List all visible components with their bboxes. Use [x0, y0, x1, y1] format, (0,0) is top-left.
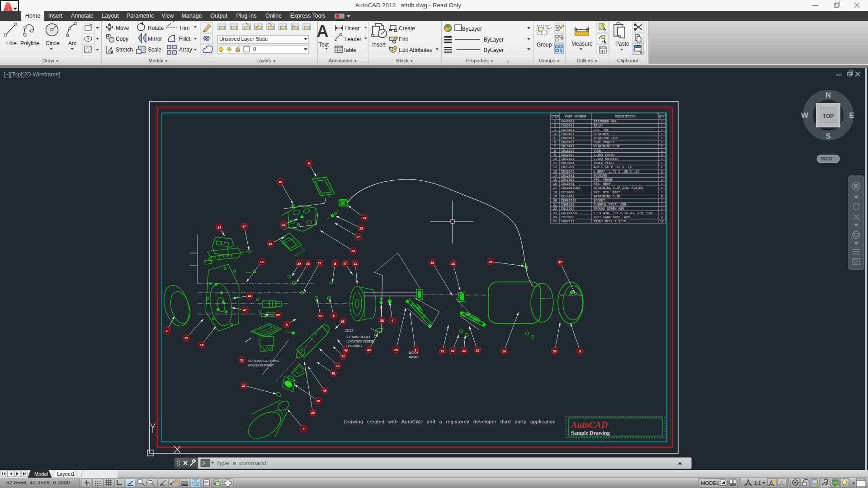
svg-text:CD11933: CD11933 [561, 149, 574, 153]
svg-text:YOKE SPACER: YOKE SPACER [594, 141, 615, 144]
svg-text:1: 1 [661, 136, 663, 140]
svg-text:VERT CARR BRKT. ASM: VERT CARR BRKT. ASM [594, 216, 630, 219]
svg-text:25: 25 [553, 220, 557, 223]
svg-text:35: 35 [306, 262, 310, 265]
svg-text:AutoCAD: AutoCAD [570, 420, 608, 430]
svg-text:DESCRIPTION: DESCRIPTION [614, 115, 635, 118]
svg-text:8: 8 [334, 262, 336, 266]
svg-text:17: 17 [553, 186, 557, 190]
svg-text:26: 26 [359, 227, 363, 230]
svg-text:CD16801: CD16801 [561, 174, 574, 178]
svg-text:CD19912C02: CD19912C02 [561, 186, 580, 190]
svg-text:21: 21 [318, 262, 321, 265]
svg-text:19: 19 [553, 195, 557, 198]
svg-text:QTY: QTY [659, 115, 665, 118]
svg-text:34: 34 [462, 349, 466, 352]
svg-text:MODEL: MODEL [701, 480, 720, 486]
svg-text:46: 46 [344, 349, 348, 352]
svg-text:CD12929: CD12929 [561, 157, 574, 161]
svg-text:11: 11 [553, 161, 557, 165]
svg-text:S: S [826, 132, 830, 141]
svg-text:CG01910: CG01910 [561, 203, 574, 206]
svg-text:PART NUMBER: PART NUMBER [565, 115, 586, 118]
svg-text:CD15931: CD15931 [561, 165, 574, 169]
svg-text:25: 25 [394, 348, 398, 352]
svg-text:DESIGNER HSG.: DESIGNER HSG. [594, 120, 618, 123]
svg-text:20: 20 [316, 399, 320, 403]
svg-text:44: 44 [248, 295, 251, 298]
svg-text:40: 40 [367, 348, 371, 352]
svg-text:52: 52 [319, 314, 322, 318]
svg-text:1: 1 [661, 191, 663, 194]
svg-text:1: 1 [661, 124, 663, 127]
svg-text:1: 1 [661, 182, 663, 186]
svg-text:1: 1 [661, 199, 663, 202]
svg-text:31: 31 [441, 350, 444, 353]
svg-text:30: 30 [451, 349, 454, 352]
svg-text:15: 15 [553, 178, 557, 182]
svg-text:SOCKET: SOCKET [594, 199, 605, 202]
svg-text:8: 8 [554, 149, 556, 153]
svg-text:23 37: 23 37 [345, 328, 354, 333]
svg-text:2: 2 [661, 145, 663, 148]
svg-text:FLEX ASM. 3/8 X 18 W/L STR. CO: FLEX ASM. 3/8 X 18 W/L STR. CON [594, 211, 652, 215]
svg-text:W: W [801, 111, 809, 120]
svg-text:SPLAY: SPLAY [594, 124, 604, 127]
svg-text:11: 11 [354, 262, 357, 265]
svg-text:1: 1 [661, 132, 663, 136]
svg-text:CC14942: CC14942 [561, 195, 574, 198]
svg-text:Drawing created with AutoCAD a: Drawing created with AutoCAD and a regis… [344, 419, 556, 424]
svg-text:10: 10 [278, 180, 282, 183]
svg-text:10: 10 [553, 157, 557, 161]
svg-text:ITEM: ITEM [551, 115, 559, 118]
svg-text:47: 47 [343, 262, 347, 265]
svg-text:CB08901: CB08901 [561, 136, 574, 140]
svg-text:45: 45 [430, 261, 434, 264]
svg-text:47: 47 [558, 261, 562, 264]
svg-text:N: N [826, 91, 831, 99]
svg-text:5: 5 [286, 323, 288, 327]
svg-text:41: 41 [243, 309, 247, 312]
svg-text:HSG. TOP: HSG. TOP [594, 128, 609, 132]
svg-text:HOUSING: HOUSING [594, 174, 607, 178]
svg-text:5: 5 [554, 136, 556, 140]
svg-text:22: 22 [553, 207, 557, 211]
svg-text:23: 23 [363, 216, 366, 220]
svg-text:CD18045: CD18045 [561, 182, 574, 186]
svg-text:A: A [316, 22, 329, 41]
svg-text:STRAIN RELIEF: STRAIN RELIEF [346, 335, 372, 339]
svg-text:Sample Drawing: Sample Drawing [571, 430, 610, 436]
svg-text:29: 29 [311, 411, 315, 414]
svg-text:THERMAL PROT. ASM.: THERMAL PROT. ASM. [594, 203, 628, 206]
svg-text:8: 8 [661, 195, 663, 198]
svg-text:E: E [849, 111, 854, 120]
svg-text:L-BRKT. 1.73 X .95 X .62: L-BRKT. 1.73 X .95 X .62 [594, 170, 639, 174]
svg-text:50: 50 [553, 350, 557, 353]
svg-text:RETAINING CLIP: RETAINING CLIP [594, 145, 620, 148]
svg-text:19: 19 [260, 260, 264, 263]
svg-text:CD10941: CD10941 [561, 145, 574, 148]
svg-text:1: 1 [661, 211, 663, 215]
svg-text:GROUND SCREW ASM: GROUND SCREW ASM [594, 207, 624, 211]
svg-text:1: 1 [661, 161, 663, 165]
svg-text:17: 17 [356, 235, 360, 239]
svg-text:CD17303: CD17303 [561, 178, 574, 182]
svg-text:25: 25 [184, 337, 188, 340]
svg-text:CG129180L: CG129180L [561, 211, 578, 215]
svg-text:22: 22 [282, 223, 285, 226]
svg-text:12: 12 [660, 220, 664, 223]
svg-text:23: 23 [553, 211, 557, 215]
svg-text:14: 14 [336, 364, 340, 367]
svg-text:6: 6 [333, 314, 335, 318]
svg-text:[−][Top][2D Wireframe]: [−][Top][2D Wireframe] [4, 71, 60, 78]
svg-text:24: 24 [217, 226, 221, 229]
svg-text:2: 2 [661, 153, 663, 157]
svg-text:CD12927: CD12927 [561, 153, 574, 157]
svg-text:9: 9 [554, 153, 556, 157]
svg-text:1: 1 [303, 427, 305, 431]
svg-text:4: 4 [554, 132, 556, 136]
svg-text:12: 12 [476, 349, 479, 352]
svg-text:1: 1 [661, 120, 663, 123]
svg-text:6: 6 [554, 141, 556, 144]
svg-text:RETAINING CLIP ZINC PLATED: RETAINING CLIP ZINC PLATED [594, 186, 643, 190]
